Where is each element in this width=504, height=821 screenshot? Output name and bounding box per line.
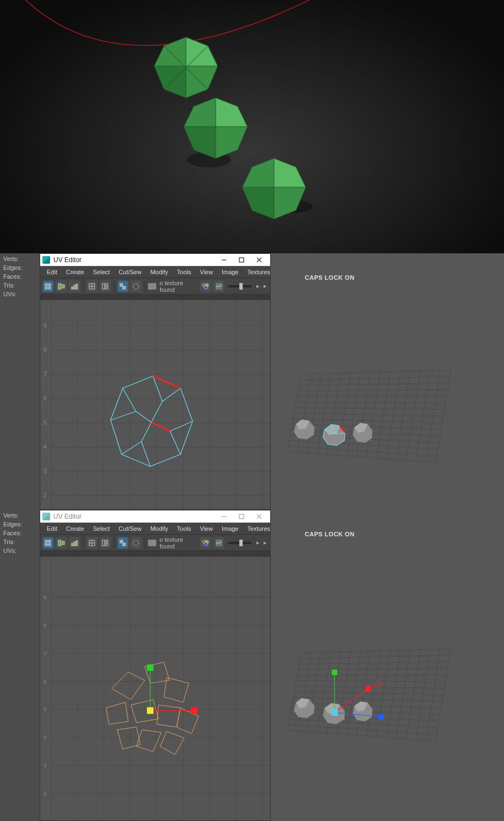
app-icon [42, 256, 50, 264]
image-display-button[interactable] [213, 280, 224, 292]
gizmo-x-handle[interactable] [365, 686, 371, 692]
exposure-slider[interactable] [228, 542, 251, 544]
mesh-object-selected[interactable] [323, 425, 345, 445]
uv-grid: 2 3 4 5 6 7 8 9 [43, 300, 270, 509]
menu-bar: Edit Create Select Cut/Sew Modify Tools … [40, 266, 270, 278]
svg-marker-10 [184, 98, 216, 127]
mesh-object[interactable] [242, 159, 306, 219]
exposure-slider[interactable] [228, 285, 251, 287]
svg-text:5: 5 [43, 706, 47, 712]
slider-step-icon[interactable]: ▸ [255, 539, 261, 546]
menu-image[interactable]: Image [217, 524, 243, 533]
main-3d-viewport[interactable] [0, 0, 504, 253]
menu-select[interactable]: Select [89, 524, 114, 533]
perspective-viewport[interactable]: CAPS LOCK ON [271, 253, 504, 510]
svg-rect-99 [106, 543, 108, 546]
uv-dim-button[interactable] [130, 280, 142, 292]
menu-tools[interactable]: Tools [173, 268, 196, 276]
svg-rect-34 [74, 285, 75, 289]
menu-modify[interactable]: Modify [146, 268, 172, 276]
svg-rect-41 [106, 287, 108, 289]
uv-distribute-button[interactable] [69, 280, 80, 292]
rgb-channel-button[interactable] [200, 280, 211, 292]
close-button[interactable] [250, 254, 268, 265]
mesh-object-small[interactable] [294, 420, 315, 439]
maximize-button[interactable] [233, 511, 250, 522]
uv-grid-button[interactable] [86, 280, 98, 292]
uv-shell-wireframe[interactable] [111, 376, 193, 466]
menu-tools[interactable]: Tools [173, 524, 196, 533]
perspective-viewport[interactable]: CAPS LOCK ON [271, 510, 504, 821]
slider-step-icon[interactable]: ▸ [262, 539, 268, 546]
gizmo-y-handle[interactable] [332, 670, 337, 675]
uv-snap-button[interactable] [56, 280, 67, 292]
close-button[interactable] [250, 511, 268, 522]
menu-textures[interactable]: Textures [243, 524, 275, 533]
mesh-object-small[interactable] [353, 423, 372, 443]
uv-canvas[interactable]: 2 3 4 5 6 7 8 9 [40, 295, 270, 509]
gizmo-y-handle[interactable] [147, 665, 154, 671]
uv-layout-button[interactable] [100, 280, 111, 292]
svg-marker-18 [274, 159, 306, 188]
minimize-button[interactable] [215, 511, 233, 522]
window-titlebar[interactable]: UV Editor [40, 510, 270, 523]
mesh-object[interactable] [154, 37, 218, 98]
uv-dim-button[interactable] [130, 537, 142, 549]
uv-canvas[interactable]: 2 3 4 5 6 7 8 9 [40, 551, 270, 820]
uv-checker-button[interactable] [117, 537, 129, 549]
svg-rect-85 [45, 540, 47, 542]
mesh-object-small[interactable] [294, 698, 315, 718]
minimize-button[interactable] [215, 254, 233, 265]
uv-snap-button[interactable] [56, 537, 67, 549]
slider-step-icon[interactable]: ▸ [255, 282, 261, 290]
uv-grid: 2 3 4 5 6 7 8 9 [43, 557, 270, 820]
menu-cutsew[interactable]: Cut/Sew [114, 268, 146, 276]
svg-point-47 [204, 286, 207, 289]
polycount-stats: Verts: Edges: Faces: Tris: UVs: [0, 510, 40, 821]
rgb-channel-button[interactable] [200, 537, 211, 549]
mesh-object-small[interactable] [353, 702, 372, 721]
uv-grid-button[interactable] [86, 537, 98, 549]
svg-marker-11 [216, 98, 248, 127]
uv-editor-window[interactable]: UV Editor Edit Create Select Cut/Sew Mod… [40, 510, 271, 821]
gizmo-center-handle[interactable] [331, 709, 338, 716]
uv-shell-select-button[interactable] [42, 537, 54, 549]
menu-textures[interactable]: Textures [243, 268, 275, 276]
svg-marker-17 [242, 159, 274, 188]
svg-point-102 [133, 540, 139, 546]
uv-distribute-button[interactable] [69, 537, 80, 549]
menu-view[interactable]: View [195, 268, 217, 276]
image-display-button[interactable] [213, 537, 224, 549]
uv-shells-unfolded[interactable] [106, 662, 199, 755]
svg-text:2: 2 [43, 492, 47, 498]
uv-editor-window[interactable]: UV Editor Edit Create Select Cut/Sew Mod… [40, 253, 271, 510]
svg-point-44 [133, 284, 139, 289]
menu-view[interactable]: View [195, 524, 217, 533]
gizmo-z-handle[interactable] [379, 714, 384, 720]
menu-create[interactable]: Create [62, 524, 89, 533]
slider-step-icon[interactable]: ▸ [262, 282, 268, 290]
menu-modify[interactable]: Modify [146, 524, 172, 533]
gizmo-center-handle[interactable] [147, 707, 154, 714]
menu-create[interactable]: Create [62, 268, 89, 276]
svg-text:2: 2 [43, 790, 47, 796]
menu-edit[interactable]: Edit [42, 268, 62, 276]
camera-icon [148, 540, 156, 546]
menu-edit[interactable]: Edit [42, 524, 62, 533]
menu-cutsew[interactable]: Cut/Sew [114, 524, 146, 533]
menu-image[interactable]: Image [217, 268, 243, 276]
mesh-object[interactable] [184, 98, 248, 159]
stat-uvs: UVs: [3, 547, 36, 554]
maximize-button[interactable] [233, 254, 250, 265]
menu-select[interactable]: Select [89, 268, 114, 276]
window-titlebar[interactable]: UV Editor [40, 254, 270, 266]
stat-tris: Tris: [3, 539, 36, 545]
selected-uv-edge[interactable] [151, 422, 170, 431]
svg-text:6: 6 [43, 395, 47, 401]
svg-rect-27 [45, 284, 47, 286]
uv-layout-button[interactable] [100, 537, 111, 549]
uv-shell-select-button[interactable] [42, 280, 54, 292]
gizmo-x-handle[interactable] [191, 707, 198, 714]
svg-point-105 [204, 542, 207, 546]
uv-checker-button[interactable] [117, 280, 129, 292]
